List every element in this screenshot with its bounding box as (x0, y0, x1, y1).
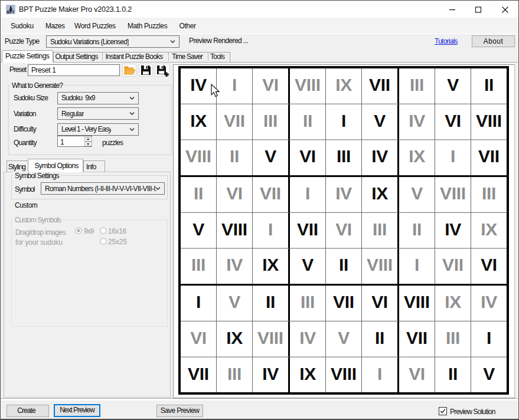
svg-text:IV: IV (445, 219, 461, 239)
svg-text:I: I (341, 111, 346, 130)
svg-text:V: V (302, 255, 314, 274)
svg-text:II: II (303, 111, 312, 130)
svg-text:III: III (337, 146, 351, 166)
svg-text:II: II (194, 183, 203, 203)
svg-text:VIII: VIII (404, 292, 430, 311)
svg-text:VII: VII (333, 292, 354, 311)
svg-text:III: III (446, 328, 460, 347)
svg-text:IX: IX (262, 255, 279, 274)
svg-text:III: III (373, 219, 387, 239)
svg-text:IX: IX (226, 328, 243, 347)
svg-text:VII: VII (260, 183, 281, 203)
svg-text:IX: IX (481, 219, 497, 239)
svg-text:IV: IV (371, 146, 388, 166)
svg-text:II: II (484, 75, 494, 94)
svg-text:VIII: VIII (221, 219, 247, 239)
svg-text:V: V (447, 75, 459, 94)
svg-text:VI: VI (335, 219, 352, 239)
svg-text:III: III (227, 364, 241, 383)
svg-text:IV: IV (335, 183, 352, 203)
svg-text:IV: IV (409, 111, 425, 130)
svg-text:II: II (339, 255, 348, 274)
svg-text:III: III (482, 183, 496, 203)
svg-text:V: V (192, 219, 204, 239)
svg-text:VII: VII (478, 146, 500, 166)
svg-text:VIII: VIII (257, 328, 283, 347)
svg-text:VI: VI (445, 111, 461, 130)
svg-text:I: I (451, 146, 455, 166)
svg-text:IV: IV (190, 75, 207, 94)
svg-text:IX: IX (335, 75, 352, 94)
svg-text:I: I (232, 75, 237, 94)
svg-text:III: III (263, 111, 278, 130)
svg-text:I: I (414, 255, 419, 274)
svg-text:III: III (191, 255, 205, 274)
svg-text:VII: VII (442, 255, 463, 274)
svg-text:II: II (448, 364, 458, 383)
svg-text:V: V (229, 292, 240, 311)
svg-text:IX: IX (190, 111, 207, 130)
svg-text:VI: VI (262, 75, 279, 94)
svg-text:III: III (410, 75, 424, 94)
svg-text:VI: VI (226, 183, 243, 203)
svg-text:VII: VII (297, 219, 318, 239)
svg-text:BPT: BPT (7, 10, 15, 14)
svg-text:VI: VI (409, 364, 425, 383)
svg-text:VIII: VIII (295, 75, 321, 94)
svg-text:VIII: VIII (367, 255, 393, 274)
svg-text:IX: IX (371, 183, 388, 203)
svg-text:I: I (377, 364, 382, 383)
svg-text:I: I (268, 219, 273, 239)
svg-text:V: V (338, 328, 350, 347)
svg-text:VII: VII (188, 364, 209, 383)
svg-text:IX: IX (445, 292, 461, 311)
svg-text:IX: IX (299, 364, 316, 383)
svg-text:VII: VII (224, 111, 245, 130)
svg-text:IV: IV (299, 328, 316, 347)
svg-text:V: V (265, 146, 276, 166)
svg-text:VI: VI (481, 255, 497, 274)
svg-text:VII: VII (406, 328, 427, 347)
svg-text:II: II (412, 219, 422, 239)
svg-text:VIII: VIII (476, 111, 502, 130)
svg-text:I: I (487, 328, 491, 347)
svg-text:V: V (374, 111, 386, 130)
svg-text:VI: VI (371, 292, 388, 311)
svg-text:VIII: VIII (440, 183, 466, 203)
svg-text:I: I (305, 183, 310, 203)
svg-text:IV: IV (481, 292, 497, 311)
svg-text:II: II (230, 146, 239, 166)
svg-text:VI: VI (299, 146, 316, 166)
svg-text:IV: IV (226, 255, 243, 274)
svg-text:IV: IV (262, 364, 279, 383)
svg-text:VIII: VIII (331, 364, 357, 383)
svg-text:VII: VII (369, 75, 390, 94)
svg-text:II: II (375, 328, 384, 347)
svg-text:V: V (411, 183, 423, 203)
svg-text:II: II (266, 292, 275, 311)
svg-text:V: V (483, 364, 495, 383)
svg-text:I: I (196, 292, 201, 311)
svg-text:IX: IX (409, 146, 425, 166)
svg-text:III: III (301, 292, 315, 311)
svg-text:VIII: VIII (185, 146, 211, 166)
svg-text:VI: VI (190, 328, 207, 347)
